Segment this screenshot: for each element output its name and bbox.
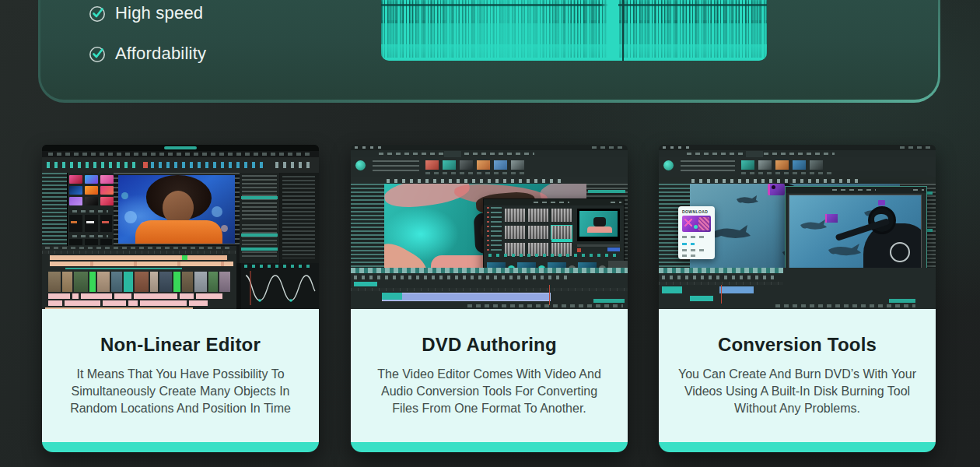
x-mark bbox=[684, 219, 692, 226]
screenshot-non-linear-editor bbox=[42, 145, 319, 309]
screenshot-dvd-authoring bbox=[351, 145, 628, 309]
preview-woman-portrait bbox=[118, 175, 235, 244]
timeline-panel bbox=[659, 268, 936, 309]
timeline-thumbnails bbox=[48, 272, 233, 292]
feature-item-high-speed: High speed bbox=[89, 2, 203, 24]
ribbon-thumbnails bbox=[425, 160, 524, 170]
timeline-text-clips bbox=[48, 300, 233, 306]
editor-menubar bbox=[659, 150, 936, 157]
arm bbox=[384, 237, 432, 268]
playhead bbox=[549, 285, 550, 305]
timeline-text-clips bbox=[48, 293, 233, 299]
object-explorer-panel bbox=[351, 184, 384, 268]
window-titlebar bbox=[786, 187, 926, 193]
popup-thumbnail bbox=[682, 216, 711, 232]
card-accent-bar bbox=[42, 442, 319, 452]
card-title: DVD Authoring bbox=[363, 334, 615, 356]
clip-label bbox=[354, 282, 377, 286]
dialog-folder-tree bbox=[485, 207, 502, 251]
dialog-thumbnail-grid bbox=[505, 209, 573, 257]
playhead bbox=[721, 285, 722, 304]
window-image bbox=[789, 195, 921, 273]
card-accent-bar bbox=[659, 442, 936, 452]
templates-panel bbox=[68, 173, 114, 246]
editor-menubar bbox=[48, 153, 313, 156]
file-tree-panel bbox=[42, 173, 68, 246]
action-camera bbox=[768, 184, 785, 195]
feature-card-non-linear-editor: Non-Linear Editor It Means That You Have… bbox=[42, 145, 319, 452]
card-title: Non-Linear Editor bbox=[54, 334, 306, 356]
editor-titlebar bbox=[351, 145, 628, 150]
timeline-video-clip bbox=[382, 293, 551, 301]
editor-toolstrip bbox=[691, 179, 863, 183]
status-bar bbox=[467, 304, 623, 307]
waveform-divider bbox=[622, 0, 624, 61]
check-circle-icon bbox=[89, 5, 107, 23]
popup-title: DOWNLOAD bbox=[682, 209, 708, 214]
editor-titlebar bbox=[659, 145, 936, 150]
hero-panel: High speed Affordability bbox=[38, 0, 940, 103]
clip-label bbox=[690, 296, 713, 301]
card-description: It Means That You Have Possibility To Si… bbox=[60, 366, 301, 417]
feature-label: High speed bbox=[115, 3, 203, 23]
waveform-image bbox=[381, 0, 767, 61]
timeline-panel bbox=[42, 246, 236, 309]
editor-ribbon bbox=[351, 157, 628, 177]
preview-area bbox=[114, 173, 240, 246]
portrait-sweater bbox=[135, 220, 222, 244]
dialog-preview bbox=[577, 209, 620, 241]
audio-wave-panel bbox=[241, 263, 319, 309]
card-body: DVD Authoring The Video Editor Comes Wit… bbox=[351, 309, 628, 442]
action-camera bbox=[825, 214, 838, 223]
editor-titlebar bbox=[42, 145, 319, 151]
popup-link bbox=[682, 243, 695, 245]
sine-wave bbox=[244, 269, 316, 307]
logo-icon bbox=[355, 160, 366, 170]
editor-toolbar bbox=[42, 157, 319, 173]
feature-card-dvd-authoring: DVD Authoring The Video Editor Comes Wit… bbox=[351, 145, 628, 452]
screenshot-conversion-tools: DOWNLOAD bbox=[659, 145, 936, 309]
card-body: Non-Linear Editor It Means That You Have… bbox=[42, 309, 319, 442]
card-description: You Can Create And Burn DVD’s With Your … bbox=[677, 366, 918, 417]
dialog-titlebar bbox=[484, 199, 624, 205]
hero-panel-surface: High speed Affordability bbox=[40, 0, 938, 100]
feature-card-conversion-tools: DOWNLOAD bbox=[659, 145, 936, 452]
download-popup: DOWNLOAD bbox=[678, 206, 715, 259]
editor-menubar bbox=[351, 150, 628, 157]
clip-label bbox=[662, 286, 682, 293]
status-bar bbox=[775, 304, 915, 307]
feature-item-affordability: Affordability bbox=[89, 43, 206, 65]
editor-toolstrip bbox=[387, 179, 565, 183]
properties-panel bbox=[240, 173, 279, 263]
ribbon-thumbnails bbox=[741, 160, 823, 170]
effects-panel bbox=[280, 173, 319, 263]
timeline-clip bbox=[50, 255, 227, 260]
logo-icon bbox=[663, 160, 674, 170]
timeline-panel bbox=[351, 268, 628, 309]
card-title: Conversion Tools bbox=[671, 334, 923, 356]
card-description: The Video Editor Comes With Video And Au… bbox=[369, 366, 610, 417]
selected-thumbnail bbox=[551, 226, 572, 239]
check-circle-icon bbox=[89, 45, 107, 63]
feature-label: Affordability bbox=[115, 44, 206, 64]
card-accent-bar bbox=[351, 442, 628, 452]
timeline-ruler bbox=[42, 251, 236, 254]
timeline-clip bbox=[50, 262, 233, 266]
editor-ribbon bbox=[659, 157, 936, 177]
timeline-video-clip bbox=[719, 286, 754, 293]
gauge bbox=[890, 242, 910, 262]
card-body: Conversion Tools You Can Create And Burn… bbox=[659, 309, 936, 442]
template-swatches bbox=[69, 175, 114, 205]
